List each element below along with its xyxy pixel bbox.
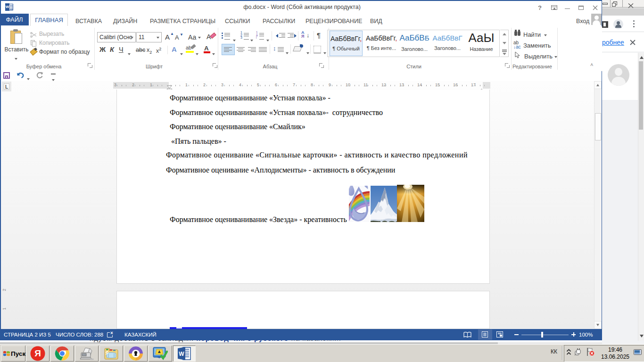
svg-text:W: W <box>179 351 184 357</box>
